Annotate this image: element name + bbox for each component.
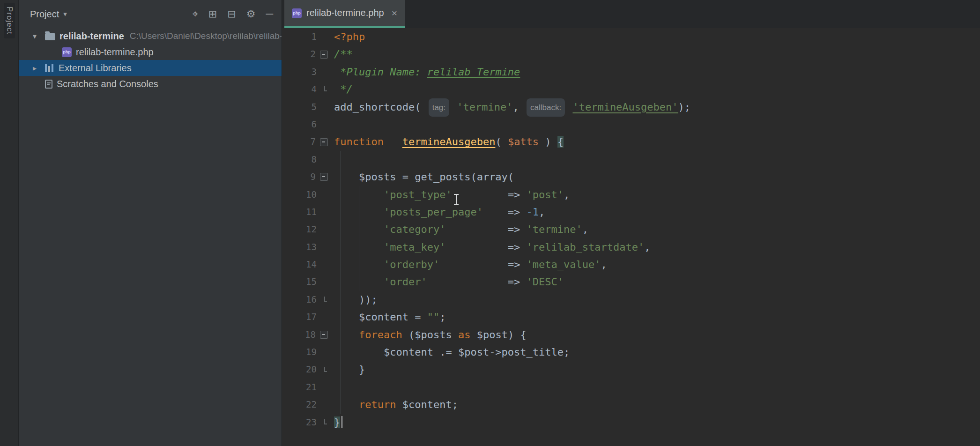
chevron-right-icon[interactable]: ▸ <box>33 64 45 73</box>
code-line[interactable]: 6 <box>282 116 980 133</box>
tree-item-project-root[interactable]: ▾ relilab-termine C:\Users\Daniel\Deskto… <box>19 28 282 44</box>
php-icon-label: php <box>63 50 71 54</box>
line-number: 14 <box>306 256 317 273</box>
code-line[interactable]: 22 return $content; <box>282 396 980 413</box>
code-line[interactable]: 20 } <box>282 361 980 378</box>
ide-window: Project Project ▾ ⌖ ⊞ ⊟ ⚙ ─ ▾ relilab-te… <box>0 0 980 446</box>
editor-gutter: 2 <box>282 45 331 63</box>
fold-spacer <box>321 313 328 320</box>
code-line[interactable]: 17 $content = ""; <box>282 308 980 326</box>
editor-gutter: 4 <box>282 81 331 98</box>
editor-gutter: 6 <box>282 116 331 133</box>
code-line[interactable]: 11 'posts_per_page' => -1, <box>282 203 980 221</box>
fold-spacer <box>321 261 328 268</box>
fold-start-icon[interactable] <box>320 138 328 146</box>
folder-icon <box>45 33 55 40</box>
editor-gutter: 20 <box>282 361 331 378</box>
code-line[interactable]: 23} <box>282 414 980 431</box>
code-lines: 1<?php2/**3 *Plugin Name: relilab Termin… <box>282 28 980 446</box>
code-line[interactable]: 13 'meta_key' => 'relilab_startdate', <box>282 238 980 256</box>
fold-spacer <box>321 156 328 163</box>
code-text: */ <box>331 81 353 98</box>
code-text: } <box>331 361 365 378</box>
code-line[interactable]: 12 'category' => 'termine', <box>282 221 980 238</box>
code-line[interactable]: 9 $posts = get_posts(array( <box>282 168 980 186</box>
editor-gutter: 14 <box>282 256 331 273</box>
line-number: 18 <box>305 326 316 343</box>
code-text: } <box>331 414 342 431</box>
code-line[interactable]: 4 */ <box>282 81 980 98</box>
code-line[interactable]: 5add_shortcode( tag: 'termine', callback… <box>282 98 980 116</box>
code-line[interactable]: 3 *Plugin Name: relilab Termine <box>282 63 980 81</box>
code-line[interactable]: 7function termineAusgeben( $atts ) { <box>282 133 980 150</box>
editor-tab-bar: php relilab-termine.php × <box>282 0 980 28</box>
hide-panel-icon[interactable]: ─ <box>266 9 273 19</box>
line-number: 5 <box>312 98 317 116</box>
tree-item-php-file[interactable]: php relilab-termine.php <box>19 44 282 60</box>
code-text: return $content; <box>331 396 458 413</box>
code-text: 'order' => 'DESC' <box>331 273 564 290</box>
code-text: 'post_type' => 'post', <box>331 186 570 203</box>
line-number: 6 <box>312 116 317 133</box>
expand-all-icon[interactable]: ⊞ <box>208 9 217 19</box>
line-number: 3 <box>312 63 317 81</box>
editor-gutter: 3 <box>282 63 331 81</box>
collapse-all-icon[interactable]: ⊟ <box>227 9 236 19</box>
fold-end-icon[interactable] <box>321 86 328 93</box>
tree-item-external-libraries[interactable]: ▸ External Libraries <box>19 60 282 76</box>
tab-relilab-termine-php[interactable]: php relilab-termine.php × <box>284 0 405 28</box>
line-number: 7 <box>311 133 316 150</box>
code-text: *Plugin Name: relilab Termine <box>331 63 520 81</box>
line-number: 10 <box>306 186 317 203</box>
fold-start-icon[interactable] <box>320 331 328 339</box>
code-line[interactable]: 15 'order' => 'DESC' <box>282 273 980 290</box>
chevron-down-icon[interactable]: ▾ <box>63 10 67 18</box>
line-number: 22 <box>306 396 317 413</box>
gear-icon[interactable]: ⚙ <box>246 9 256 19</box>
code-line[interactable]: 10 'post_type' => 'post', <box>282 186 980 203</box>
stripe-project-button[interactable]: Project <box>4 3 15 38</box>
line-number: 21 <box>306 379 317 396</box>
line-number: 16 <box>306 291 317 308</box>
fold-spacer <box>321 68 328 75</box>
code-text: foreach ($posts as $post) { <box>331 326 527 343</box>
code-line[interactable]: 18 foreach ($posts as $post) { <box>282 326 980 343</box>
tree-item-label: relilab-termine.php <box>76 47 154 58</box>
line-number: 11 <box>306 203 317 221</box>
code-text <box>331 379 334 396</box>
editor-gutter: 13 <box>282 238 331 256</box>
fold-end-icon[interactable] <box>321 296 328 303</box>
code-line[interactable]: 19 $content .= $post->post_title; <box>282 343 980 361</box>
line-number: 15 <box>306 273 317 290</box>
editor-gutter: 5 <box>282 98 331 116</box>
line-number: 4 <box>312 81 317 98</box>
line-number: 1 <box>312 28 317 45</box>
panel-title[interactable]: Project <box>30 9 59 20</box>
code-line[interactable]: 2/** <box>282 45 980 63</box>
tree-item-label: relilab-termine <box>59 31 124 42</box>
tab-label: relilab-termine.php <box>306 7 384 18</box>
editor-gutter: 10 <box>282 186 331 203</box>
fold-start-icon[interactable] <box>320 173 328 181</box>
code-editor[interactable]: 1<?php2/**3 *Plugin Name: relilab Termin… <box>282 28 980 446</box>
php-file-icon: php <box>292 8 302 18</box>
code-line[interactable]: 21 <box>282 379 980 396</box>
library-icon <box>45 64 54 72</box>
tree-item-path: C:\Users\Daniel\Desktop\relilab\relilab-… <box>130 31 282 41</box>
fold-spacer <box>321 121 328 128</box>
code-line[interactable]: 1<?php <box>282 28 980 45</box>
fold-end-icon[interactable] <box>321 366 328 373</box>
chevron-down-icon[interactable]: ▾ <box>33 32 45 41</box>
fold-spacer <box>321 208 328 216</box>
php-icon-label: php <box>293 11 301 15</box>
code-line[interactable]: 8 <box>282 151 980 168</box>
tree-item-scratches[interactable]: Scratches and Consoles <box>19 76 282 92</box>
code-line[interactable]: 16 )); <box>282 291 980 308</box>
fold-start-icon[interactable] <box>320 51 328 59</box>
line-number: 20 <box>306 361 317 378</box>
fold-end-icon[interactable] <box>321 419 328 426</box>
close-icon[interactable]: × <box>392 7 397 19</box>
locate-icon[interactable]: ⌖ <box>192 9 198 19</box>
editor-gutter: 22 <box>282 396 331 413</box>
code-line[interactable]: 14 'orderby' => 'meta_value', <box>282 256 980 273</box>
